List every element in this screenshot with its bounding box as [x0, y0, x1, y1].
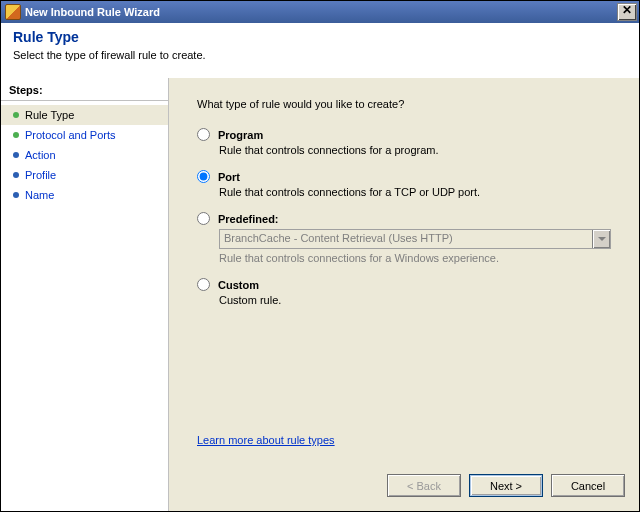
wizard-body: Steps: Rule Type Protocol and Ports Acti… — [1, 78, 639, 511]
step-bullet-icon — [13, 192, 19, 198]
button-row: < Back Next > Cancel — [387, 474, 625, 497]
cancel-button[interactable]: Cancel — [551, 474, 625, 497]
step-bullet-icon — [13, 112, 19, 118]
label-program[interactable]: Program — [218, 129, 263, 141]
step-profile[interactable]: Profile — [1, 165, 168, 185]
step-rule-type[interactable]: Rule Type — [1, 105, 168, 125]
back-button[interactable]: < Back — [387, 474, 461, 497]
question-text: What type of rule would you like to crea… — [197, 98, 617, 110]
step-link[interactable]: Profile — [25, 169, 56, 181]
steps-heading: Steps: — [1, 82, 168, 101]
label-port[interactable]: Port — [218, 171, 240, 183]
radio-port[interactable] — [197, 170, 210, 183]
step-bullet-icon — [13, 132, 19, 138]
learn-more-link[interactable]: Learn more about rule types — [197, 434, 335, 446]
close-icon: ✕ — [622, 3, 632, 17]
step-name[interactable]: Name — [1, 185, 168, 205]
close-button[interactable]: ✕ — [617, 3, 637, 21]
desc-predefined: Rule that controls connections for a Win… — [219, 252, 617, 264]
desc-custom: Custom rule. — [219, 294, 617, 306]
radio-custom[interactable] — [197, 278, 210, 291]
titlebar: New Inbound Rule Wizard ✕ — [1, 1, 639, 23]
wizard-window: New Inbound Rule Wizard ✕ Rule Type Sele… — [0, 0, 640, 512]
desc-program: Rule that controls connections for a pro… — [219, 144, 617, 156]
page-title: Rule Type — [13, 29, 627, 45]
step-link[interactable]: Name — [25, 189, 54, 201]
desc-port: Rule that controls connections for a TCP… — [219, 186, 617, 198]
steps-sidebar: Steps: Rule Type Protocol and Ports Acti… — [1, 78, 169, 511]
step-link[interactable]: Rule Type — [25, 109, 74, 121]
predefined-select-wrap: BranchCache - Content Retrieval (Uses HT… — [219, 229, 611, 249]
option-port: Port Rule that controls connections for … — [197, 170, 617, 198]
step-bullet-icon — [13, 152, 19, 158]
step-link[interactable]: Action — [25, 149, 56, 161]
step-link[interactable]: Protocol and Ports — [25, 129, 116, 141]
firewall-icon — [5, 4, 21, 20]
label-predefined[interactable]: Predefined: — [218, 213, 279, 225]
window-title: New Inbound Rule Wizard — [25, 6, 160, 18]
predefined-select[interactable]: BranchCache - Content Retrieval (Uses HT… — [219, 229, 611, 249]
option-predefined: Predefined: BranchCache - Content Retrie… — [197, 212, 617, 264]
page-subtitle: Select the type of firewall rule to crea… — [13, 49, 627, 61]
option-program: Program Rule that controls connections f… — [197, 128, 617, 156]
main-content: What type of rule would you like to crea… — [169, 78, 639, 511]
step-bullet-icon — [13, 172, 19, 178]
wizard-header: Rule Type Select the type of firewall ru… — [1, 23, 639, 84]
steps-list: Rule Type Protocol and Ports Action Prof… — [1, 101, 168, 205]
option-custom: Custom Custom rule. — [197, 278, 617, 306]
radio-program[interactable] — [197, 128, 210, 141]
label-custom[interactable]: Custom — [218, 279, 259, 291]
radio-predefined[interactable] — [197, 212, 210, 225]
step-protocol-and-ports[interactable]: Protocol and Ports — [1, 125, 168, 145]
step-action[interactable]: Action — [1, 145, 168, 165]
next-button[interactable]: Next > — [469, 474, 543, 497]
